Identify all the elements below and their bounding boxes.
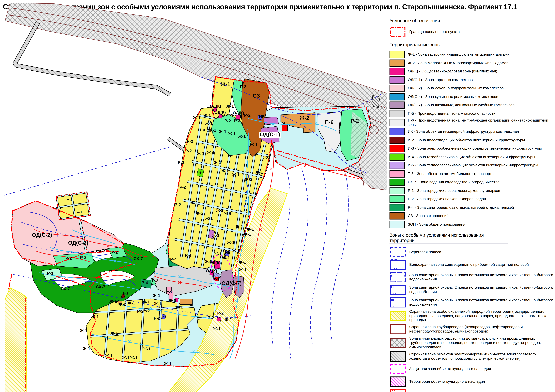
map-zone-label: Ж-1: [193, 115, 200, 120]
map-zone-label: Ж-1: [83, 346, 90, 351]
legend-special-row: Зона санитарной охраны 3 пояса источнико…: [389, 297, 554, 307]
legend-title: Условные обозначения: [389, 18, 472, 24]
special-zone-symbol-icon: [389, 338, 406, 348]
zone-label: СЗ - Зона захоронений: [408, 214, 449, 218]
map-zone-label: ОД(С-1): [260, 131, 280, 137]
special-zone-symbol-icon: [389, 259, 406, 270]
zone-label: ОД(С-4) - Зона культовых религиозных ком…: [408, 94, 498, 99]
map-zone-label: Ж-2: [299, 115, 309, 121]
zone-color-swatch: [389, 85, 405, 92]
map-zone-label: СХ-7: [134, 256, 143, 261]
map-zone-label: И-2: [123, 292, 128, 295]
map-zone-label: Ж-1: [91, 314, 99, 319]
special-zone-label: Зона санитарной охраны 1 пояса источнико…: [409, 273, 554, 281]
map-zone-label: Р-4: [185, 253, 191, 258]
map-zone-label: ОД(С-7): [221, 280, 242, 286]
map-zone-label: Ж-1: [222, 256, 230, 260]
legend-zone-row: ОД(С-2) - Зона лечебно-оздоровительных к…: [389, 85, 554, 92]
map-zone-label: Ж-1: [209, 128, 216, 133]
map-zone-label: Ж-1: [205, 216, 213, 221]
map-zone-label: Ж-1: [214, 252, 222, 256]
legend-zone-row: Т-3 - Зона объектов автомобильного транс…: [389, 170, 554, 178]
legend-boundary-row: Граница населенного пункта: [389, 26, 554, 38]
special-zone-symbol-icon: [389, 376, 406, 387]
map-zone-label: Ж-1: [175, 305, 183, 309]
zone-color-swatch: [389, 170, 405, 178]
map-zone-label: Ж-1: [153, 293, 160, 298]
map-zone-label: Ж-1: [227, 240, 234, 245]
map-zone-label: Ж-1: [232, 249, 240, 253]
map-zone-label: ОД(С-2): [32, 232, 52, 238]
map-zone-label: Р-2: [185, 149, 192, 153]
map-zone-label: Р-2: [187, 139, 193, 144]
map-zone-label: Р-2: [143, 309, 150, 313]
zone-label: Т-3 - Зона объектов автомобильного транс…: [408, 172, 494, 176]
map-zone-label: Ж-2: [119, 302, 126, 306]
map-zone-label: Ж-1: [256, 170, 263, 175]
map-zone-label: Ж-1: [105, 354, 112, 358]
zone-color-swatch: [389, 187, 405, 194]
zone-label: Р-2 - Зона городских парков, скверов, са…: [408, 197, 486, 201]
map-zone-label: Р-2: [244, 113, 250, 118]
map-zone-label: Ж-1: [263, 155, 270, 159]
legend-special-row: Охранная зона трубопроводов (газопроводо…: [389, 324, 554, 335]
zone-color-swatch: [389, 162, 405, 169]
special-zone-label: Охранная зона трубопроводов (газопроводо…: [409, 325, 554, 334]
map-zone-label: Ж-1: [122, 356, 129, 360]
map-zone-label: Т-3: [167, 291, 172, 294]
map-zone-label: Ж-1: [214, 160, 221, 165]
legend-zone-row: ОД(К) - Общественно-деловая зона (компле…: [389, 68, 554, 75]
map-zone-label: Р-2: [240, 85, 246, 89]
zone-color-swatch: [389, 128, 405, 135]
map-zone-label: Ж-1: [197, 151, 204, 156]
legend-special-list: Береговая полоса Водоохранная зона совме…: [389, 247, 554, 392]
zone-label: ЗОП - Зона общего пользования: [408, 222, 465, 227]
zone-label: И-3 - Зона электрообеспечивающих объекто…: [408, 146, 542, 151]
zone-label: ОД(К) - Общественно-деловая зона (компле…: [408, 69, 497, 73]
map-zone-label: СХ-7: [96, 249, 105, 253]
map-zone-label: Р-2: [175, 202, 181, 207]
zone-label: Р-4 - Зона санаториев, баз отдыха, лагер…: [408, 205, 514, 210]
map-zone-label: Р-4: [141, 280, 148, 285]
legend-special-title: Зоны с особыми условиями использования т…: [389, 232, 508, 244]
map-zone-label: ИК: [162, 315, 167, 318]
boundary-symbol-icon: [389, 26, 406, 38]
map-zone-label: Р-2: [180, 185, 186, 190]
special-zone-label: Водоохранная зона совмещенная с прибрежн…: [409, 262, 529, 267]
map-zone-label: Ж-1: [216, 208, 223, 213]
zone-color-swatch: [389, 59, 405, 66]
zone-color-swatch: [389, 145, 405, 152]
special-zone-symbol-icon: [389, 284, 406, 295]
map-zone-label: Р-2: [207, 315, 214, 320]
map-zone-label: Р-2: [154, 316, 160, 321]
zone-color-swatch: [389, 204, 405, 211]
map-zone-label: Р-1: [47, 271, 53, 276]
zone-color-swatch: [389, 221, 405, 228]
zone-color-swatch: [389, 68, 405, 75]
legend-zone-list: Ж-1 - Зона застройки индивидуальными жил…: [389, 51, 554, 228]
map-zone-label: Ж-1: [243, 232, 251, 237]
zone-color-swatch: [389, 93, 405, 100]
map-zone-label: Ж-1: [228, 131, 236, 136]
map-zone-label: СЗ: [253, 93, 260, 99]
zone-label: СХ-7 - Зона ведения садоводства и огород…: [408, 180, 499, 184]
map-zone-label: Ж-1: [238, 134, 246, 139]
map-zone-label: ОД(К): [214, 110, 226, 114]
map-zone-label: Ж-1: [221, 169, 229, 173]
special-zone-label: Береговая полоса: [409, 250, 441, 254]
special-zone-label: Охранная зона объектов электроэнергетики…: [409, 352, 554, 361]
special-zone-symbol-icon: [389, 389, 406, 392]
legend-zone-row: И-5 - Зона теплообеспечивающих объектов …: [389, 162, 554, 169]
zone-label: Ж-2 - Зона малоэтажных многоквартирных ж…: [408, 61, 508, 65]
zone-label: ОД(С-1) - Зона торговых комплексов: [408, 78, 473, 82]
legend-special-row: Защитная зона объекта культурного наслед…: [389, 363, 554, 374]
map-zone-label: Ж-1: [220, 81, 230, 87]
map-zone-label: Ж-1: [56, 206, 61, 210]
zone-color-swatch: [389, 51, 405, 58]
legend-boundary-label: Граница населенного пункта: [409, 30, 460, 34]
special-zone-label: Территория объекта культурного наследия: [409, 379, 485, 384]
legend-special-row: Зона затопления: [389, 389, 554, 392]
legend-zone-row: Р-4 - Зона санаториев, баз отдыха, лагер…: [389, 204, 554, 211]
map-zone-label: Ж-1: [213, 327, 220, 331]
page: Статья 28.17. Карта границ зон с особыми…: [0, 0, 555, 392]
